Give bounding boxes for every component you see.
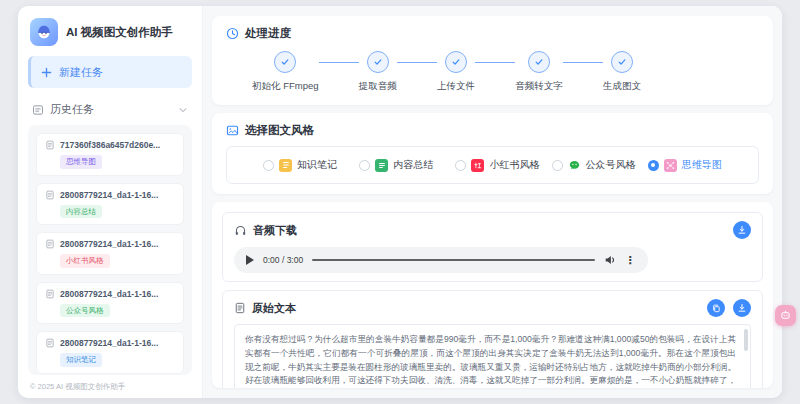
plus-icon [41,67,52,78]
task-item[interactable]: 28008779214_da1-1-16... 知识笔记 [36,331,184,374]
app-brand: AI 视频图文创作助手 [28,16,192,56]
task-style-badge: 知识笔记 [60,353,102,367]
task-item[interactable]: 28008779214_da1-1-16... 内容总结 [36,183,184,226]
step-connector [319,62,359,63]
step-connector [397,62,437,63]
step-label: 上传文件 [437,80,475,93]
xiaohongshu-icon [471,159,484,172]
step-extract-audio: 提取音频 [359,51,397,93]
step-label: 初始化 FFmpeg [252,80,319,93]
step-connector [563,62,603,63]
headphones-icon [234,224,247,237]
progress-stepper: 初始化 FFmpeg 提取音频 上传文件 音频转文字 [252,51,641,93]
task-style-badge: 内容总结 [60,205,102,219]
assistant-floating-button[interactable] [775,305,796,326]
audio-download-button[interactable] [733,221,751,239]
text-scrollbar[interactable] [744,329,748,351]
task-list: 717360f386a6457d260e... 思维导图 28008779214… [28,125,192,375]
audio-more-menu-icon[interactable]: ⋮ [625,255,636,266]
style-options: 知识笔记 内容总结 小红书风格 公众号风格 [226,146,759,184]
style-picker-title: 选择图文风格 [245,123,314,138]
progress-card: 处理进度 初始化 FFmpeg 提取音频 上传文件 [212,16,773,105]
app-title: AI 视频图文创作助手 [66,25,173,40]
text-download-button[interactable] [733,299,751,317]
step-check-icon [528,51,550,73]
task-item[interactable]: 28008779214_da1-1-16... 小红书风格 [36,232,184,275]
avatar-face-icon [35,23,53,41]
step-check-icon [611,51,633,73]
summary-icon [375,159,388,172]
audio-player[interactable]: 0:00 / 3:00 ⋮ [234,247,648,273]
task-item[interactable]: 28008779214_da1-1-16... 公众号风格 [36,282,184,325]
audio-seek-bar[interactable] [312,259,594,261]
history-label: 历史任务 [50,102,94,117]
step-audio-to-text: 音频转文字 [515,51,563,93]
step-check-icon [274,51,296,73]
task-name: 28008779214_da1-1-16... [60,239,158,249]
app-logo-avatar [30,18,58,46]
new-task-label: 新建任务 [59,65,103,80]
volume-icon[interactable] [604,254,616,266]
copy-text-button[interactable] [707,299,725,317]
file-icon [45,239,55,249]
download-icon [737,225,747,235]
step-label: 音频转文字 [515,80,563,93]
notebook-icon [279,159,292,172]
step-check-icon [445,51,467,73]
transcript-text: 你有没有想过吗？为什么超市里的盒装牛奶容量都是990毫升，而不是1,000毫升？… [245,334,736,388]
original-text-title: 原始文本 [252,301,296,316]
style-option-xiaohongshu[interactable]: 小红书风格 [455,158,551,172]
style-option-label: 公众号风格 [586,158,636,172]
style-option-label: 思维导图 [682,158,722,172]
wechat-icon [568,159,581,172]
style-option-content-summary[interactable]: 内容总结 [359,158,455,172]
image-icon [226,124,239,137]
step-label: 生成图文 [603,80,641,93]
task-style-badge: 思维导图 [60,155,102,169]
radio-unselected-icon [455,160,466,171]
task-name: 28008779214_da1-1-16... [60,289,158,299]
step-upload-file: 上传文件 [437,51,475,93]
chevron-down-icon[interactable] [178,105,188,115]
download-icon [737,303,747,313]
task-name: 28008779214_da1-1-16... [60,190,158,200]
progress-icon [226,27,239,40]
style-option-mindmap[interactable]: 思维导图 [648,158,744,172]
copy-icon [712,304,721,313]
history-header[interactable]: 历史任务 [28,98,192,125]
radio-selected-icon [648,160,659,171]
style-picker-card: 选择图文风格 知识笔记 内容总结 小红书风格 [212,113,773,194]
style-option-label: 知识笔记 [297,158,337,172]
task-style-badge: 公众号风格 [60,304,110,318]
sidebar: AI 视频图文创作助手 新建任务 历史任务 717360f386a6457d26 [18,6,203,398]
radio-unselected-icon [263,160,274,171]
task-name: 28008779214_da1-1-16... [60,338,158,348]
new-task-button[interactable]: 新建任务 [28,56,192,88]
task-item[interactable]: 717360f386a6457d260e... 思维导图 [36,133,184,176]
result-card: 音频下载 0:00 / 3:00 ⋮ [212,202,773,388]
step-init-ffmpeg: 初始化 FFmpeg [252,51,319,93]
style-option-label: 内容总结 [393,158,433,172]
radio-unselected-icon [552,160,563,171]
style-option-wechat[interactable]: 公众号风格 [552,158,648,172]
app-window: AI 视频图文创作助手 新建任务 历史任务 717360f386a6457d26 [18,6,782,398]
style-option-label: 小红书风格 [489,158,539,172]
audio-title: 音频下载 [253,223,297,238]
file-icon [45,140,55,150]
task-style-badge: 小红书风格 [60,254,110,268]
history-icon [32,104,44,116]
assistant-icon [780,310,791,321]
audio-time: 0:00 / 3:00 [263,255,303,265]
document-icon [234,302,246,314]
audio-section: 音频下载 0:00 / 3:00 ⋮ [222,212,763,282]
file-icon [45,190,55,200]
task-name: 717360f386a6457d260e... [60,140,160,150]
original-text-section: 原始文本 你有没有想过吗？为什么超市里的盒装牛奶容量都是990毫升，而不是1,0… [222,290,763,388]
play-icon[interactable] [246,255,254,265]
step-generate-article: 生成图文 [603,51,641,93]
copyright-footer: © 2025 AI 视频图文创作助手 [28,375,192,392]
radio-unselected-icon [359,160,370,171]
style-option-knowledge-note[interactable]: 知识笔记 [263,158,359,172]
progress-title: 处理进度 [245,26,291,41]
original-text-content[interactable]: 你有没有想过吗？为什么超市里的盒装牛奶容量都是990毫升，而不是1,000毫升？… [234,324,751,388]
